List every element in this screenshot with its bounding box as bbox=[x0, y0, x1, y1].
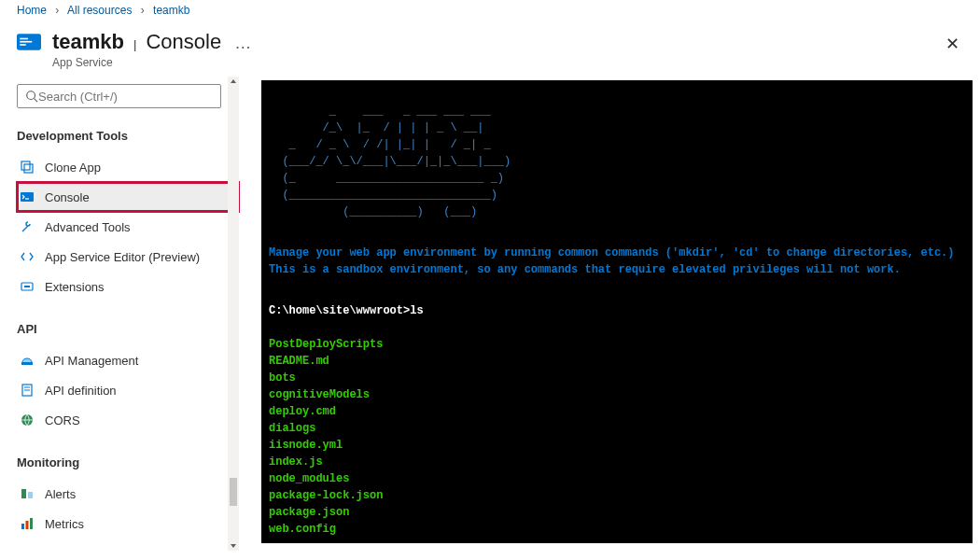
svg-rect-8 bbox=[21, 192, 34, 202]
page-title: Console bbox=[146, 30, 221, 54]
svg-rect-18 bbox=[28, 492, 33, 498]
sidebar-item-label: Metrics bbox=[45, 517, 84, 531]
svg-rect-17 bbox=[21, 489, 26, 498]
console-prompt-line: C:\home\site\wwwroot>ls bbox=[269, 302, 965, 319]
extensions-icon bbox=[19, 278, 35, 295]
sidebar-section-title: Monitoring bbox=[17, 455, 239, 469]
console-file-listing: PostDeployScripts README.md bots cogniti… bbox=[269, 336, 965, 538]
console-panel: _ ___ _ ___ ___ ___ /_\ |_ / | | | _ \ _… bbox=[239, 77, 980, 551]
apidef-icon bbox=[19, 382, 35, 399]
tools-icon bbox=[19, 218, 35, 235]
svg-line-5 bbox=[35, 99, 38, 103]
chevron-right-icon: › bbox=[55, 4, 59, 17]
console-intro-text: Manage your web app environment by runni… bbox=[269, 245, 965, 278]
sidebar-item-label: App Service Editor (Preview) bbox=[45, 250, 200, 264]
console-terminal[interactable]: _ ___ _ ___ ___ ___ /_\ |_ / | | | _ \ _… bbox=[261, 80, 973, 543]
chevron-right-icon: › bbox=[141, 4, 145, 17]
sidebar-item-clone-app[interactable]: Clone App bbox=[17, 152, 239, 182]
sidebar-item-alerts[interactable]: Alerts bbox=[17, 479, 239, 509]
sidebar-item-label: Advanced Tools bbox=[45, 220, 131, 234]
sidebar-section-title: Development Tools bbox=[17, 129, 239, 143]
breadcrumb-link[interactable]: teamkb bbox=[153, 4, 189, 17]
sidebar-item-label: Extensions bbox=[45, 280, 105, 294]
more-icon[interactable]: … bbox=[231, 34, 253, 53]
sidebar-item-cors[interactable]: CORS bbox=[17, 405, 239, 435]
svg-rect-19 bbox=[21, 524, 24, 529]
resource-name: teamkb bbox=[52, 30, 124, 54]
sidebar-item-label: Alerts bbox=[45, 487, 76, 501]
sidebar-item-label: Clone App bbox=[45, 161, 101, 175]
search-icon bbox=[25, 90, 38, 103]
sidebar-item-api-management[interactable]: API Management bbox=[17, 345, 239, 375]
resource-type-label: App Service bbox=[52, 56, 963, 69]
svg-point-4 bbox=[27, 91, 35, 100]
alerts-icon bbox=[19, 485, 35, 502]
console-icon bbox=[19, 189, 35, 205]
sidebar-item-api-definition[interactable]: API definition bbox=[17, 375, 239, 405]
sidebar-item-metrics[interactable]: Metrics bbox=[17, 509, 239, 539]
search-input[interactable] bbox=[38, 90, 213, 104]
page-header: teamkb | Console … App Service ✕ bbox=[0, 17, 980, 77]
sidebar-item-extensions[interactable]: Extensions bbox=[17, 272, 239, 301]
cors-icon bbox=[19, 412, 35, 428]
clone-icon bbox=[19, 159, 35, 175]
sidebar-item-advanced-tools[interactable]: Advanced Tools bbox=[17, 212, 239, 242]
svg-rect-3 bbox=[20, 44, 26, 46]
sidebar-item-app-service-editor[interactable]: App Service Editor (Preview) bbox=[17, 242, 239, 272]
breadcrumb: Home › All resources › teamkb bbox=[0, 0, 980, 17]
svg-rect-7 bbox=[24, 164, 33, 173]
close-button[interactable]: ✕ bbox=[945, 34, 959, 54]
apim-icon bbox=[19, 352, 35, 369]
sidebar-scrollbar[interactable] bbox=[228, 77, 239, 551]
svg-rect-2 bbox=[20, 41, 32, 43]
svg-rect-21 bbox=[30, 518, 33, 529]
sidebar-item-label: API Management bbox=[45, 354, 138, 368]
title-separator: | bbox=[133, 37, 136, 51]
svg-rect-12 bbox=[21, 362, 33, 365]
search-input-wrap[interactable] bbox=[17, 84, 221, 108]
svg-rect-20 bbox=[26, 521, 29, 529]
svg-rect-6 bbox=[21, 161, 30, 170]
sidebar-item-label: API definition bbox=[45, 384, 117, 398]
sidebar-item-console[interactable]: Console bbox=[17, 182, 239, 212]
svg-rect-1 bbox=[20, 38, 28, 40]
breadcrumb-link[interactable]: Home bbox=[17, 4, 47, 17]
svg-rect-11 bbox=[24, 286, 30, 287]
editor-icon bbox=[19, 248, 35, 265]
scrollbar-thumb[interactable] bbox=[230, 478, 237, 506]
sidebar-item-label: CORS bbox=[45, 413, 80, 427]
sidebar: « Development Tools Clone App Console Ad… bbox=[0, 77, 239, 551]
app-service-icon bbox=[17, 30, 41, 54]
ascii-banner: _ ___ _ ___ ___ ___ /_\ |_ / | | | _ \ _… bbox=[269, 103, 965, 220]
metrics-icon bbox=[19, 515, 35, 532]
breadcrumb-link[interactable]: All resources bbox=[67, 4, 132, 17]
sidebar-section-title: API bbox=[17, 322, 239, 336]
sidebar-item-label: Console bbox=[45, 190, 90, 204]
